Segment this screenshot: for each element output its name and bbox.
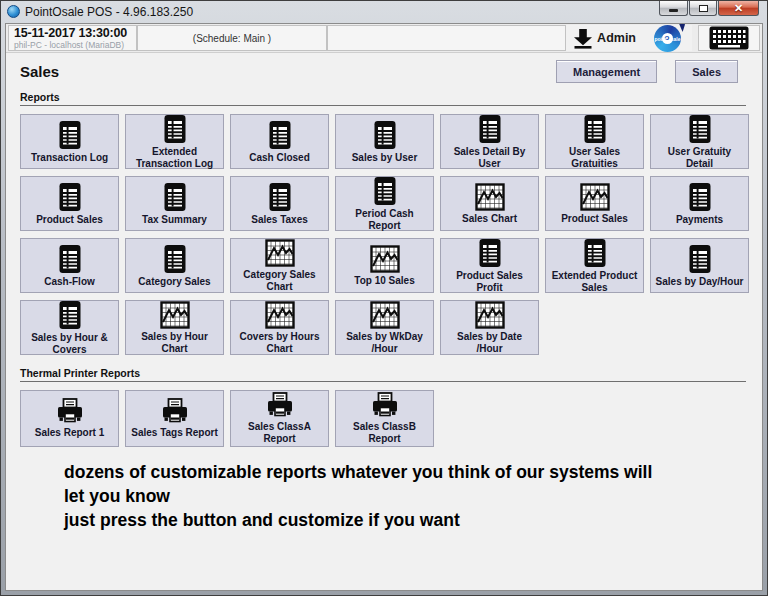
report-button-label: Sales Detail By User: [444, 146, 535, 170]
report-button[interactable]: Sales by WkDay /Hour: [335, 300, 434, 355]
maximize-icon: [699, 5, 708, 12]
report-icon: [583, 238, 607, 268]
thermal-section-title: Thermal Printer Reports: [20, 367, 746, 381]
report-button[interactable]: Product Sales Profit: [440, 238, 539, 293]
chart-icon: [475, 301, 505, 329]
report-button[interactable]: Sales Detail By User: [440, 114, 539, 169]
thermal-section-rule: [20, 381, 746, 382]
report-button[interactable]: Payments: [650, 176, 749, 231]
printer-icon: [265, 392, 295, 419]
minimize-icon: [669, 9, 678, 12]
report-button[interactable]: Sales by Hour Chart: [125, 300, 224, 355]
report-button-label: Sales by Day/Hour: [656, 276, 744, 288]
report-icon: [688, 244, 712, 274]
keyboard-icon: [709, 26, 749, 50]
report-button[interactable]: Sales by Date /Hour: [440, 300, 539, 355]
report-button-label: Sales by WkDay /Hour: [339, 331, 430, 355]
chart-icon: [370, 245, 400, 273]
report-button-label: Top 10 Sales: [354, 275, 414, 287]
report-button[interactable]: Category Sales: [125, 238, 224, 293]
report-button[interactable]: Extended Transaction Log: [125, 114, 224, 169]
report-button-label: Cash Closed: [249, 152, 310, 164]
admin-button[interactable]: Admin: [566, 25, 642, 51]
report-button[interactable]: Sales ClassA Report: [230, 390, 329, 447]
report-icon: [58, 182, 82, 212]
thermal-section-header: Thermal Printer Reports: [20, 367, 746, 382]
app-window: PointOsale POS - 4.96.183.250 ✕ 15-11-20…: [0, 0, 768, 596]
report-button[interactable]: Cash-Flow: [20, 238, 119, 293]
report-button[interactable]: Tax Summary: [125, 176, 224, 231]
report-button[interactable]: Sales by Day/Hour: [650, 238, 749, 293]
report-button[interactable]: Sales Report 1: [20, 390, 119, 447]
close-button[interactable]: ✕: [718, 1, 759, 16]
titlebar[interactable]: PointOsale POS - 4.96.183.250: [1, 1, 767, 22]
report-icon: [58, 244, 82, 274]
report-button[interactable]: Sales Tags Report: [125, 390, 224, 447]
admin-button-label: Admin: [597, 31, 636, 45]
management-tab-button[interactable]: Management: [556, 60, 657, 83]
reports-grid: Transaction LogExtended Transaction LogC…: [20, 114, 750, 355]
report-button[interactable]: Transaction Log: [20, 114, 119, 169]
report-icon: [163, 114, 187, 144]
report-icon: [478, 114, 502, 144]
report-icon: [688, 114, 712, 144]
page-title-row: Sales Management Sales: [6, 53, 762, 87]
app-icon: [7, 5, 20, 18]
report-button[interactable]: Product Sales: [545, 176, 644, 231]
report-button[interactable]: User Sales Gratuities: [545, 114, 644, 169]
report-button[interactable]: Period Cash Report: [335, 176, 434, 231]
chart-icon: [370, 301, 400, 329]
report-button-label: Transaction Log: [31, 152, 108, 164]
report-icon: [58, 120, 82, 150]
report-button-label: Product Sales Profit: [444, 270, 535, 294]
report-button-label: Sales Taxes: [251, 214, 308, 226]
report-button-label: Extended Transaction Log: [129, 146, 220, 170]
report-button[interactable]: Covers by Hours Chart: [230, 300, 329, 355]
report-button[interactable]: Top 10 Sales: [335, 238, 434, 293]
chart-icon: [265, 301, 295, 329]
printer-icon: [55, 398, 85, 425]
logo-word-point: point: [655, 36, 667, 42]
maximize-button[interactable]: [689, 1, 717, 16]
report-button-label: User Sales Gratuities: [549, 146, 640, 170]
report-icon: [268, 120, 292, 150]
datetime-panel: 15-11-2017 13:30:00 phil-PC - localhost …: [8, 25, 137, 51]
report-button-label: Payments: [676, 214, 723, 226]
report-button[interactable]: Extended Product Sales: [545, 238, 644, 293]
sales-tab-button[interactable]: Sales: [675, 60, 738, 83]
printer-icon: [370, 392, 400, 419]
logo-word-sale: sale: [671, 36, 681, 42]
report-button-label: Sales Report 1: [35, 427, 104, 439]
report-button-label: Sales by User: [352, 152, 418, 164]
report-button[interactable]: Cash Closed: [230, 114, 329, 169]
report-button[interactable]: Sales Chart: [440, 176, 539, 231]
keyboard-button[interactable]: [698, 25, 760, 51]
host-label: phil-PC - localhost (MariaDB): [14, 40, 131, 50]
report-button-label: Product Sales: [36, 214, 103, 226]
chart-icon: [265, 239, 295, 267]
report-button-label: Sales by Date /Hour: [444, 331, 535, 355]
report-icon: [583, 114, 607, 144]
report-icon: [163, 182, 187, 212]
reports-section-header: Reports: [20, 91, 746, 106]
report-icon: [373, 176, 397, 206]
report-button-label: Extended Product Sales: [549, 270, 640, 294]
report-button[interactable]: Sales Taxes: [230, 176, 329, 231]
report-button[interactable]: Sales by Hour & Covers: [20, 300, 119, 355]
report-button-label: Sales by Hour & Covers: [24, 332, 115, 356]
printer-icon: [160, 398, 190, 425]
chart-icon: [475, 183, 505, 211]
report-button[interactable]: Product Sales: [20, 176, 119, 231]
report-icon: [268, 182, 292, 212]
report-button[interactable]: Sales ClassB Report: [335, 390, 434, 447]
schedule-label: (Schedule: Main ): [137, 25, 327, 51]
report-button-label: Product Sales: [561, 213, 628, 225]
annotation-line-3: just press the button and customize if y…: [64, 508, 742, 532]
report-button[interactable]: User Gratuity Detail: [650, 114, 749, 169]
reports-section-rule: [20, 105, 746, 106]
annotation-line-2: let you know: [64, 484, 742, 508]
minimize-button[interactable]: [659, 1, 688, 16]
chart-icon: [160, 301, 190, 329]
report-button[interactable]: Sales by User: [335, 114, 434, 169]
report-button[interactable]: Category Sales Chart: [230, 238, 329, 293]
